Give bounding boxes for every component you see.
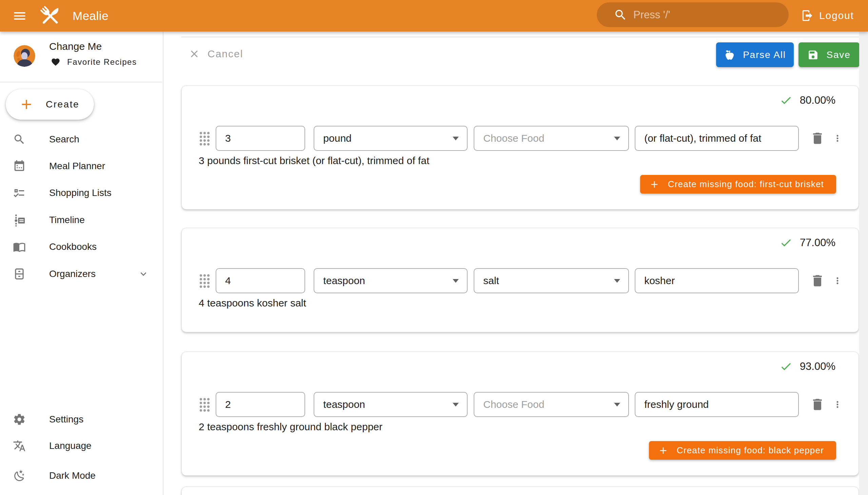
- sidebar-item-language[interactable]: Language: [0, 432, 162, 459]
- sidebar-item-search[interactable]: Search: [0, 126, 162, 153]
- plus-icon: [19, 97, 34, 112]
- calendar-icon: [13, 160, 26, 173]
- scrollbar-track[interactable]: [859, 32, 868, 495]
- dropdown-caret-icon: [614, 279, 620, 283]
- delete-icon[interactable]: [810, 397, 825, 412]
- menu-icon[interactable]: [12, 8, 28, 24]
- search-icon: [13, 133, 26, 146]
- food-select[interactable]: Choose Food: [474, 126, 629, 151]
- check-icon: [780, 94, 793, 107]
- save-button[interactable]: Save: [799, 42, 860, 67]
- search-input[interactable]: Press '/': [597, 2, 789, 27]
- drag-handle-icon[interactable]: [199, 397, 210, 412]
- search-placeholder: Press '/': [633, 9, 670, 21]
- chevron-down-icon: [138, 268, 149, 280]
- quantity-input[interactable]: 2: [216, 392, 305, 417]
- check-icon: [780, 360, 793, 373]
- note-input[interactable]: (or flat-cut), trimmed of fat: [635, 126, 799, 151]
- parse-all-label: Parse All: [743, 50, 786, 61]
- heart-icon: [51, 57, 61, 67]
- save-label: Save: [826, 50, 850, 61]
- sidebar-item-label: Meal Planner: [49, 161, 105, 172]
- note-input[interactable]: kosher: [635, 268, 799, 293]
- food-select[interactable]: salt: [474, 268, 629, 293]
- sidebar-item-shopping-lists[interactable]: Shopping Lists: [0, 180, 162, 206]
- sidebar-item-label: Timeline: [49, 215, 85, 225]
- sidebar-item-label: Dark Mode: [49, 470, 96, 481]
- cancel-button[interactable]: Cancel: [186, 44, 246, 64]
- ingredient-row: 3 pound Choose Food (or flat-cut), trimm…: [199, 126, 843, 151]
- more-options-icon[interactable]: [832, 131, 843, 146]
- more-options-icon[interactable]: [832, 397, 843, 412]
- delete-icon[interactable]: [810, 273, 825, 288]
- create-button[interactable]: Create: [6, 89, 94, 120]
- sidebar-item-timeline[interactable]: Timeline: [0, 206, 162, 234]
- confidence-value: 77.00%: [800, 237, 835, 249]
- sidebar-divider: [0, 82, 162, 82]
- sidebar-item-label: Organizers: [49, 269, 96, 279]
- sidebar-item-label: Settings: [49, 414, 83, 425]
- confidence-indicator: 77.00%: [780, 236, 835, 249]
- confidence-indicator: 80.00%: [780, 94, 835, 107]
- logout-button[interactable]: Logout: [798, 4, 857, 27]
- sidebar-item-label: Language: [49, 440, 91, 451]
- unit-select[interactable]: pound: [313, 126, 467, 151]
- sidebar-item-organizers[interactable]: Organizers: [0, 260, 162, 288]
- mealie-logo-icon[interactable]: [37, 3, 63, 29]
- confidence-indicator: 93.00%: [780, 360, 835, 373]
- avatar[interactable]: [14, 45, 35, 67]
- dropdown-caret-icon: [453, 137, 459, 140]
- favorite-recipes-link[interactable]: Favorite Recipes: [51, 57, 137, 67]
- parse-all-button[interactable]: Parse All: [716, 42, 794, 67]
- mealie-app: Mealie Press '/' Logout: [0, 0, 868, 495]
- plus-icon: [658, 445, 669, 456]
- sidebar-item-label: Shopping Lists: [49, 187, 112, 198]
- more-options-icon[interactable]: [832, 273, 843, 288]
- drag-handle-icon[interactable]: [199, 131, 210, 146]
- dropdown-caret-icon: [453, 279, 459, 283]
- cabinet-icon: [13, 268, 26, 280]
- ingredient-row: 4 teaspoon salt kosher: [199, 268, 843, 293]
- sidebar-item-meal-planner[interactable]: Meal Planner: [0, 153, 162, 180]
- quantity-input[interactable]: 3: [216, 126, 305, 151]
- delete-icon[interactable]: [810, 131, 825, 146]
- unit-select[interactable]: teaspoon: [313, 392, 467, 417]
- search-icon: [614, 8, 627, 22]
- user-name: Change Me: [49, 41, 102, 52]
- note-input[interactable]: freshly ground: [635, 392, 799, 417]
- apple-icon: [724, 49, 735, 61]
- cancel-label: Cancel: [207, 48, 243, 60]
- confidence-value: 93.00%: [800, 360, 835, 373]
- book-open-icon: [13, 240, 26, 253]
- gear-icon: [13, 413, 26, 426]
- sidebar-item-cookbooks[interactable]: Cookbooks: [0, 233, 162, 260]
- create-label: Create: [46, 99, 79, 110]
- dropdown-caret-icon: [614, 403, 620, 407]
- drag-handle-icon[interactable]: [199, 273, 210, 288]
- dropdown-caret-icon: [614, 137, 620, 140]
- sidebar-item-settings[interactable]: Settings: [0, 406, 162, 433]
- confidence-value: 80.00%: [800, 94, 835, 106]
- checklist-icon: [13, 186, 26, 199]
- save-icon: [807, 49, 819, 61]
- moon-icon: [13, 469, 26, 482]
- sidebar-item-dark-mode[interactable]: Dark Mode: [0, 462, 162, 489]
- original-ingredient-text: 2 teaspoons freshly ground black pepper: [199, 421, 382, 433]
- sidebar-item-label: Cookbooks: [49, 241, 97, 252]
- timeline-icon: [13, 214, 26, 226]
- ingredient-card: 80.00% 3 pound Choose Food (or flat-cut)…: [182, 85, 859, 209]
- ingredient-card-partial: [182, 487, 859, 495]
- create-missing-food-button[interactable]: Create missing food: first-cut brisket: [640, 175, 836, 193]
- unit-select[interactable]: teaspoon: [313, 268, 467, 293]
- logout-label: Logout: [819, 10, 854, 21]
- close-icon: [188, 48, 200, 60]
- food-select[interactable]: Choose Food: [474, 392, 629, 417]
- original-ingredient-text: 4 teaspoons kosher salt: [199, 297, 306, 309]
- plus-icon: [649, 179, 660, 190]
- main-content: Cancel Parse All Save 80.00% 3 pound Cho…: [164, 32, 868, 495]
- dropdown-caret-icon: [453, 403, 459, 407]
- create-missing-food-button[interactable]: Create missing food: black pepper: [649, 441, 836, 460]
- sidebar: Change Me Favorite Recipes Create Search…: [0, 32, 164, 495]
- translate-icon: [13, 439, 26, 452]
- quantity-input[interactable]: 4: [216, 268, 305, 293]
